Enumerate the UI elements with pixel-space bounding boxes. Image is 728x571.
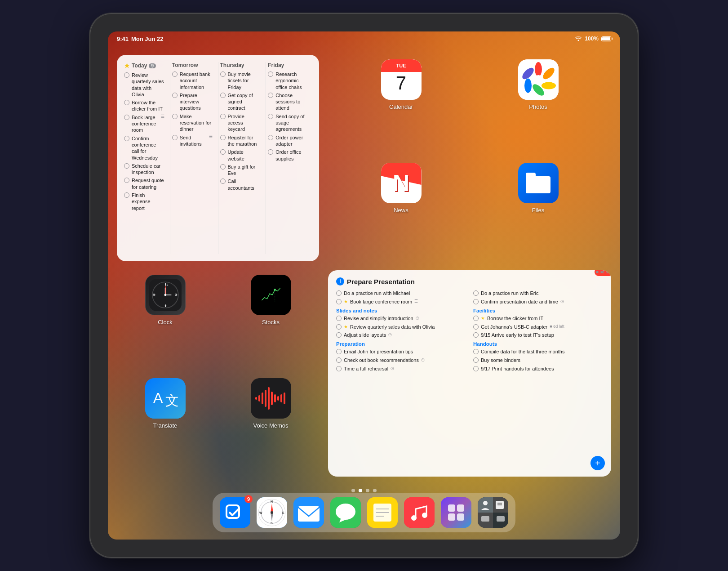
list-item[interactable]: Request bank account information bbox=[172, 71, 213, 90]
dock-notes-app[interactable] bbox=[367, 497, 398, 528]
voicememos-label: Voice Memos bbox=[253, 422, 288, 429]
list-item[interactable]: Do a practice run with Eric bbox=[473, 290, 603, 297]
prepare-title: Prepare Presentation bbox=[347, 278, 415, 286]
list-item[interactable]: Order power adapter bbox=[268, 134, 308, 147]
dock: 9 N E S W bbox=[213, 493, 515, 532]
svg-point-77 bbox=[483, 501, 488, 505]
dock-safari-app[interactable]: N E S W bbox=[257, 497, 287, 528]
item-text: Book large conference room bbox=[350, 299, 412, 305]
stocks-app[interactable]: Stocks bbox=[222, 275, 319, 369]
friday-column: Friday Research ergonomic office chairs … bbox=[268, 62, 312, 254]
list-item[interactable]: Check out book recommendations ◷ bbox=[336, 357, 466, 364]
svg-rect-68 bbox=[441, 497, 471, 528]
prepare-presentation-widget[interactable]: i Prepare Presentation Do a practice run… bbox=[328, 270, 611, 477]
list-item[interactable]: ★ Review quarterly sales data with Olivi… bbox=[336, 324, 466, 330]
dock-music-app[interactable] bbox=[404, 497, 435, 528]
page-dot-2[interactable] bbox=[359, 489, 362, 492]
list-item[interactable]: Revise and simplify introduction ◷ bbox=[336, 315, 466, 322]
list-item[interactable]: Call accountants bbox=[220, 178, 261, 191]
reminder-text: Call accountants bbox=[228, 178, 261, 191]
photos-app[interactable]: Photos bbox=[474, 59, 602, 154]
list-item[interactable]: 9/15 Arrive early to test IT's setup bbox=[473, 332, 603, 339]
list-item[interactable]: Get copy of signed contract bbox=[220, 92, 261, 112]
list-item[interactable]: Request quote for catering bbox=[124, 177, 164, 190]
list-item[interactable]: Compile data for the last three months bbox=[473, 348, 603, 355]
status-right: 100% bbox=[575, 36, 611, 42]
timer-icon: ◷ bbox=[388, 332, 392, 337]
list-item[interactable]: Order office supplies bbox=[268, 149, 308, 162]
list-item[interactable]: Schedule car inspection bbox=[124, 163, 164, 176]
list-item[interactable]: Buy a gift for Eve bbox=[220, 164, 261, 177]
prepare-left-col: Do a practice run with Michael ★ Book la… bbox=[336, 290, 466, 374]
dock-messages-app[interactable] bbox=[330, 497, 361, 528]
page-dot-3[interactable] bbox=[366, 489, 369, 492]
reminders-badge: 9 bbox=[244, 495, 253, 503]
svg-point-3 bbox=[542, 82, 556, 89]
page-dot-1[interactable] bbox=[351, 489, 355, 492]
item-badge: ■ 3d left bbox=[595, 270, 611, 276]
bottom-left-apps: 12 3 6 9 Clock bbox=[117, 270, 319, 477]
list-item[interactable]: Buy movie tickets for Friday bbox=[220, 71, 261, 90]
svg-point-5 bbox=[524, 79, 532, 93]
dock-shortcuts-app[interactable] bbox=[441, 497, 471, 528]
list-item[interactable]: Email John for presentation tips bbox=[336, 348, 466, 355]
list-item[interactable]: Update website bbox=[220, 149, 261, 162]
item-badge: ■ 6d left bbox=[550, 324, 564, 329]
files-app[interactable]: Files bbox=[474, 163, 602, 257]
list-item[interactable]: Adjust slide layouts ◷ bbox=[336, 332, 466, 339]
list-item[interactable]: Do a practice run with Michael bbox=[336, 290, 466, 297]
translate-app[interactable]: A 文 Translate bbox=[117, 378, 213, 473]
list-item[interactable]: Send copy of usage agreements bbox=[268, 113, 308, 133]
news-app[interactable]: N News bbox=[337, 163, 465, 257]
dock-cardhop-app[interactable] bbox=[478, 497, 508, 528]
list-item[interactable]: Confirm conference call for Wednesday bbox=[124, 135, 164, 161]
reminder-text: Buy movie tickets for Friday bbox=[228, 71, 261, 90]
list-item[interactable]: Research ergonomic office chairs bbox=[268, 71, 308, 90]
list-item[interactable]: Provide access keycard bbox=[220, 113, 261, 133]
list-item[interactable]: Finish expense report bbox=[124, 192, 164, 211]
today-label: Today bbox=[132, 62, 147, 69]
news-icon: N bbox=[381, 163, 422, 203]
reminder-text: Choose sessions to attend bbox=[275, 92, 308, 112]
list-item[interactable]: Book large conference room ☰ bbox=[124, 114, 164, 134]
svg-text:文: 文 bbox=[165, 393, 179, 408]
item-text: Confirm presentation date and time bbox=[481, 299, 558, 305]
list-item[interactable]: ★ Book large conference room ☰ ■ 3d left bbox=[336, 299, 466, 305]
dock-reminders-app[interactable]: 9 bbox=[220, 497, 250, 528]
list-item[interactable]: Register for the marathon bbox=[220, 134, 261, 147]
calendar-app[interactable]: TUE 7 Calendar bbox=[337, 59, 465, 154]
list-item[interactable]: Get Johanna's USB-C adapter ■ 6d left bbox=[473, 324, 603, 330]
dock-mail-app[interactable] bbox=[293, 497, 324, 528]
clock-app[interactable]: 12 3 6 9 Clock bbox=[117, 275, 213, 369]
reminders-widget[interactable]: ★ Today 9 Review quarterly sales data wi… bbox=[117, 55, 319, 261]
list-item[interactable]: Review quarterly sales data with Olivia bbox=[124, 72, 164, 98]
list-item[interactable]: Confirm presentation date and time ◷ bbox=[473, 299, 603, 305]
list-item[interactable]: Send invitations ☰ bbox=[172, 134, 213, 147]
svg-text:E: E bbox=[282, 511, 284, 514]
voicememos-app[interactable]: Voice Memos bbox=[222, 378, 319, 473]
star-icon: ★ bbox=[344, 299, 348, 305]
list-item[interactable]: Borrow the clicker from IT bbox=[124, 99, 164, 112]
note-icon: ☰ bbox=[161, 114, 164, 120]
list-item[interactable]: Make reservation for dinner bbox=[172, 113, 213, 133]
ipad-shell: 9:41 Mon Jun 22 100% bbox=[90, 13, 638, 558]
page-dot-4[interactable] bbox=[373, 489, 377, 492]
list-item[interactable]: Buy some binders bbox=[473, 357, 603, 364]
list-item[interactable]: 9/17 Print handouts for attendees bbox=[473, 366, 603, 372]
reminder-circle bbox=[124, 115, 129, 120]
svg-rect-65 bbox=[404, 497, 435, 528]
note-icon: ☰ bbox=[209, 134, 213, 140]
list-item[interactable]: ★ Borrow the clicker from IT bbox=[473, 315, 603, 322]
page-dots bbox=[351, 489, 377, 492]
timer-icon: ◷ bbox=[560, 299, 564, 304]
list-item[interactable]: Time a full rehearsal ◷ bbox=[336, 366, 466, 372]
item-circle bbox=[336, 332, 342, 338]
svg-rect-37 bbox=[271, 392, 273, 405]
list-item[interactable]: Prepare interview questions bbox=[172, 92, 213, 112]
list-item[interactable]: Choose sessions to attend bbox=[268, 92, 308, 112]
item-circle bbox=[473, 366, 479, 371]
svg-text:A: A bbox=[153, 390, 163, 406]
add-item-button[interactable]: + bbox=[590, 456, 605, 470]
reminder-circle bbox=[124, 136, 129, 141]
reminder-circle bbox=[268, 93, 273, 98]
